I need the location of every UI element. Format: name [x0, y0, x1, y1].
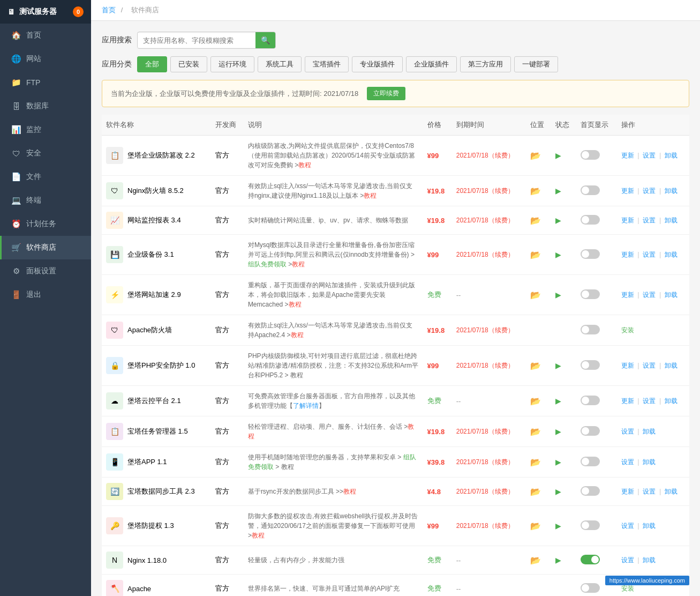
location-cell[interactable]: 📂: [526, 416, 551, 447]
location-cell[interactable]: 📂: [526, 546, 551, 575]
action-设置[interactable]: 设置: [643, 291, 656, 299]
homepage-toggle[interactable]: [581, 486, 600, 496]
folder-icon[interactable]: 📂: [530, 458, 541, 467]
action-设置[interactable]: 设置: [643, 217, 656, 224]
desc-tutorial-link[interactable]: 教程: [291, 331, 304, 339]
state-cell[interactable]: ▶: [551, 206, 576, 235]
location-cell[interactable]: 📂: [526, 176, 551, 206]
folder-icon[interactable]: 📂: [530, 427, 541, 436]
filter-tab-3[interactable]: 系统工具: [258, 56, 302, 72]
desc-tutorial-link[interactable]: 教程: [364, 192, 377, 199]
run-icon[interactable]: ▶: [555, 151, 561, 160]
action-设置[interactable]: 设置: [643, 362, 656, 369]
sidebar-item-网站[interactable]: 🌐网站: [0, 47, 91, 71]
folder-icon[interactable]: 📂: [530, 216, 541, 225]
sidebar-item-安全[interactable]: 🛡安全: [0, 141, 91, 165]
action-卸载[interactable]: 卸载: [665, 362, 678, 369]
folder-icon[interactable]: 📂: [530, 250, 541, 259]
filter-tab-4[interactable]: 宝塔插件: [305, 56, 349, 72]
sidebar-item-计划任务[interactable]: ⏰计划任务: [0, 212, 91, 236]
folder-icon[interactable]: 📂: [530, 361, 541, 370]
homepage-toggle[interactable]: [581, 150, 600, 160]
filter-tab-2[interactable]: 运行环境: [210, 56, 254, 72]
run-icon[interactable]: ▶: [555, 216, 561, 225]
state-cell[interactable]: ▶: [551, 447, 576, 478]
state-cell[interactable]: ▶: [551, 546, 576, 575]
filter-tab-8[interactable]: 一键部署: [514, 56, 558, 72]
filter-tab-6[interactable]: 企业版插件: [406, 56, 457, 72]
location-cell[interactable]: 📂: [526, 206, 551, 235]
sidebar-item-终端[interactable]: 💻终端: [0, 189, 91, 212]
desc-tutorial-link[interactable]: 教程: [248, 423, 414, 440]
action-设置[interactable]: 设置: [621, 428, 634, 435]
location-cell[interactable]: 📂: [526, 506, 551, 546]
location-cell[interactable]: 📂: [526, 346, 551, 386]
action-卸载[interactable]: 卸载: [665, 217, 678, 224]
action-设置[interactable]: 设置: [621, 556, 634, 564]
run-icon[interactable]: ▶: [555, 556, 561, 564]
desc-tutorial-link[interactable]: 教程: [298, 161, 311, 169]
state-cell[interactable]: ▶: [551, 136, 576, 176]
state-cell[interactable]: ▶: [551, 416, 576, 447]
action-卸载[interactable]: 卸载: [665, 291, 678, 299]
action-设置[interactable]: 设置: [643, 187, 656, 195]
desc-detail-link[interactable]: 了解详情: [293, 402, 319, 409]
homepage-toggle[interactable]: [581, 520, 600, 530]
action-卸载[interactable]: 卸载: [665, 251, 678, 258]
homepage-toggle[interactable]: [581, 396, 600, 405]
action-设置[interactable]: 设置: [643, 152, 656, 159]
homepage-toggle[interactable]: [581, 289, 600, 299]
homepage-toggle[interactable]: [581, 249, 600, 259]
filter-tab-1[interactable]: 已安装: [170, 56, 207, 72]
run-icon[interactable]: ▶: [555, 522, 561, 530]
homepage-toggle[interactable]: [581, 457, 600, 466]
action-更新[interactable]: 更新: [621, 397, 634, 405]
action-设置[interactable]: 设置: [621, 522, 634, 530]
run-icon[interactable]: ▶: [555, 187, 561, 195]
sidebar-item-首页[interactable]: 🏠首页: [0, 24, 91, 47]
action-设置[interactable]: 设置: [643, 251, 656, 258]
sidebar-item-FTP[interactable]: 📁FTP: [0, 71, 91, 94]
sidebar-item-文件[interactable]: 📄文件: [0, 165, 91, 189]
action-卸载[interactable]: 卸载: [643, 458, 656, 466]
action-设置[interactable]: 设置: [643, 397, 656, 405]
desc-team-link[interactable]: 组队免费领取: [248, 453, 416, 471]
action-安装[interactable]: 安装: [621, 326, 634, 334]
run-icon[interactable]: ▶: [555, 427, 561, 436]
action-更新[interactable]: 更新: [621, 217, 634, 224]
state-cell[interactable]: ▶: [551, 386, 576, 416]
state-cell[interactable]: ▶: [551, 506, 576, 546]
state-cell[interactable]: ▶: [551, 235, 576, 275]
breadcrumb-home[interactable]: 首页: [102, 6, 116, 14]
folder-icon[interactable]: 📂: [530, 522, 541, 531]
action-卸载[interactable]: 卸载: [643, 556, 656, 564]
desc-tutorial-link[interactable]: 教程: [252, 532, 265, 539]
state-cell[interactable]: ▶: [551, 478, 576, 506]
action-安装[interactable]: 安装: [621, 585, 634, 592]
run-icon[interactable]: ▶: [555, 361, 561, 370]
folder-icon[interactable]: 📂: [530, 487, 541, 496]
action-卸载[interactable]: 卸载: [643, 522, 656, 530]
state-cell[interactable]: ▶: [551, 176, 576, 206]
folder-icon[interactable]: 📂: [530, 187, 541, 196]
state-cell[interactable]: ▶: [551, 275, 576, 315]
sidebar-item-监控[interactable]: 📊监控: [0, 118, 91, 141]
run-icon[interactable]: ▶: [555, 290, 561, 299]
filter-tab-7[interactable]: 第三方应用: [460, 56, 511, 72]
location-cell[interactable]: 📂: [526, 447, 551, 478]
action-更新[interactable]: 更新: [621, 251, 634, 258]
sidebar-item-数据库[interactable]: 🗄数据库: [0, 94, 91, 118]
action-更新[interactable]: 更新: [621, 488, 634, 495]
folder-icon[interactable]: 📂: [530, 290, 541, 300]
desc-tutorial-link[interactable]: 教程: [292, 260, 305, 268]
location-cell[interactable]: 📂: [526, 386, 551, 416]
action-卸载[interactable]: 卸载: [643, 428, 656, 435]
desc-tutorial-link[interactable]: 教程: [343, 488, 356, 495]
folder-icon[interactable]: 📂: [530, 556, 541, 565]
folder-icon[interactable]: 📂: [530, 397, 541, 406]
location-cell[interactable]: 📂: [526, 478, 551, 506]
action-设置[interactable]: 设置: [621, 458, 634, 466]
homepage-toggle[interactable]: [581, 426, 600, 436]
filter-tab-0[interactable]: 全部: [137, 56, 167, 72]
action-更新[interactable]: 更新: [621, 291, 634, 299]
